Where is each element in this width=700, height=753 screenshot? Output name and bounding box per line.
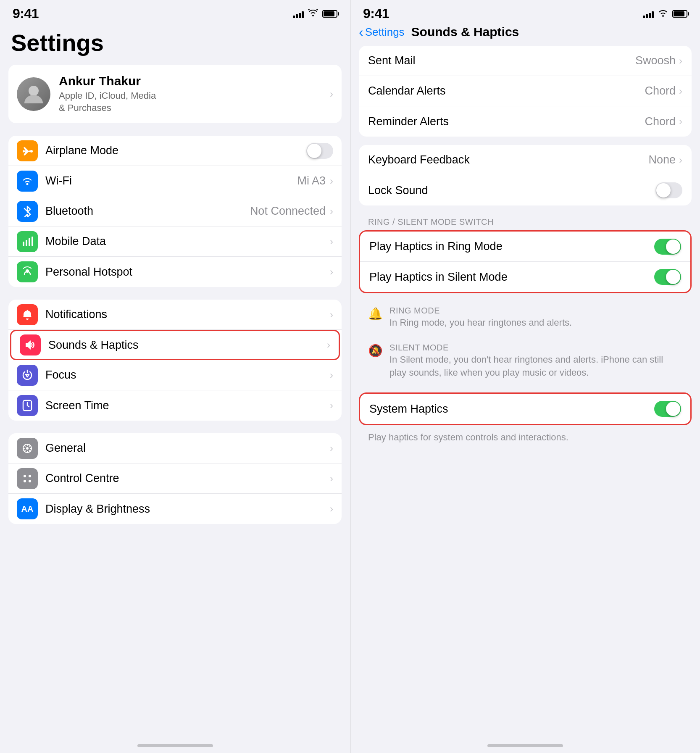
sent-mail-label: Sent Mail: [368, 54, 635, 67]
personal-hotspot-item[interactable]: Personal Hotspot ›: [8, 257, 342, 287]
lock-sound-item[interactable]: Lock Sound: [359, 175, 692, 205]
battery-icon: [322, 10, 337, 18]
right-home-indicator: [350, 738, 700, 753]
focus-label: Focus: [45, 369, 330, 382]
system-haptics-item[interactable]: System Haptics: [360, 394, 690, 424]
system-haptics-label: System Haptics: [369, 403, 654, 416]
focus-item[interactable]: Focus ›: [8, 360, 342, 390]
bluetooth-item[interactable]: Bluetooth Not Connected ›: [8, 196, 342, 226]
reminder-alerts-label: Reminder Alerts: [368, 115, 645, 128]
sent-mail-chevron-icon: ›: [679, 55, 682, 67]
mobile-data-item[interactable]: Mobile Data ›: [8, 226, 342, 257]
reminder-alerts-chevron-icon: ›: [679, 116, 682, 127]
nav-back-button[interactable]: ‹ Settings: [359, 25, 405, 39]
left-panel: 9:41 Settings: [0, 0, 350, 753]
right-panel: 9:41 ‹ Settings: [350, 0, 700, 753]
general-item[interactable]: General ›: [8, 433, 342, 463]
display-brightness-chevron-icon: ›: [330, 503, 333, 515]
right-wifi-icon: [658, 9, 668, 18]
haptics-ring-item[interactable]: Play Haptics in Ring Mode: [360, 232, 690, 262]
reminder-alerts-item[interactable]: Reminder Alerts Chord ›: [359, 106, 692, 137]
connectivity-group: Airplane Mode Wi-Fi Mi A3 ›: [8, 136, 342, 287]
bluetooth-icon: [17, 201, 38, 222]
sent-mail-item[interactable]: Sent Mail Swoosh ›: [359, 46, 692, 76]
system-haptics-toggle[interactable]: [654, 401, 681, 417]
haptics-silent-item[interactable]: Play Haptics in Silent Mode: [360, 262, 690, 292]
calendar-alerts-item[interactable]: Calendar Alerts Chord ›: [359, 76, 692, 106]
screen-time-item[interactable]: Screen Time ›: [8, 390, 342, 421]
airplane-mode-label: Airplane Mode: [45, 144, 306, 157]
left-status-time: 9:41: [13, 6, 39, 21]
lock-sound-label: Lock Sound: [368, 184, 655, 197]
wifi-value: Mi A3: [297, 174, 326, 187]
sent-mail-value: Swoosh: [635, 54, 676, 67]
keyboard-feedback-label: Keyboard Feedback: [368, 153, 648, 166]
profile-chevron-icon: ›: [330, 88, 333, 100]
silent-mode-desc: In Silent mode, you don't hear ringtones…: [389, 353, 682, 379]
screen-time-chevron-icon: ›: [330, 400, 333, 411]
left-home-indicator: [0, 738, 350, 753]
control-centre-label: Control Centre: [45, 472, 330, 485]
profile-subtitle: Apple ID, iCloud, Media& Purchases: [59, 90, 321, 114]
mobile-data-label: Mobile Data: [45, 235, 330, 248]
airplane-mode-toggle[interactable]: [306, 143, 333, 159]
personal-hotspot-label: Personal Hotspot: [45, 266, 330, 279]
right-battery-icon: [672, 10, 687, 18]
sounds-haptics-item[interactable]: Sounds & Haptics ›: [10, 330, 340, 360]
sounds-haptics-icon: [20, 334, 41, 355]
notifications-label: Notifications: [45, 308, 330, 321]
bluetooth-label: Bluetooth: [45, 205, 250, 218]
focus-chevron-icon: ›: [330, 369, 333, 381]
haptics-ring-label: Play Haptics in Ring Mode: [369, 240, 654, 253]
notifications-group: Notifications › Sounds & Haptics ›: [8, 300, 342, 421]
calendar-alerts-label: Calendar Alerts: [368, 84, 645, 97]
wifi-settings-icon: [17, 171, 38, 192]
haptics-group: Play Haptics in Ring Mode Play Haptics i…: [360, 232, 690, 292]
system-haptics-desc: Play haptics for system controls and int…: [359, 429, 692, 451]
notifications-item[interactable]: Notifications ›: [8, 300, 342, 330]
control-centre-icon: [17, 468, 38, 489]
haptics-ring-toggle[interactable]: [654, 239, 681, 255]
display-brightness-item[interactable]: AA Display & Brightness ›: [8, 494, 342, 524]
haptics-silent-label: Play Haptics in Silent Mode: [369, 271, 654, 284]
svg-point-10: [26, 447, 29, 450]
silent-mode-title: SILENT MODE: [389, 343, 682, 353]
bluetooth-chevron-icon: ›: [330, 205, 333, 217]
calendar-alerts-value: Chord: [645, 84, 676, 97]
right-status-icons: [643, 9, 687, 18]
svg-rect-2: [23, 242, 24, 246]
keyboard-lock-group: Keyboard Feedback None › Lock Sound: [359, 145, 692, 205]
keyboard-feedback-value: None: [648, 153, 676, 166]
right-signal-icon: [643, 10, 654, 18]
wifi-item[interactable]: Wi-Fi Mi A3 ›: [8, 166, 342, 196]
right-status-time: 9:41: [363, 6, 389, 21]
sounds-group: Sent Mail Swoosh › Calendar Alerts Chord…: [359, 46, 692, 137]
svg-point-1: [26, 183, 29, 185]
general-chevron-icon: ›: [330, 442, 333, 454]
ring-silent-section-label: RING / SILENT MODE SWITCH: [359, 214, 692, 230]
haptics-silent-toggle[interactable]: [654, 269, 681, 285]
profile-card[interactable]: Ankur Thakur Apple ID, iCloud, Media& Pu…: [8, 65, 342, 123]
silent-mode-text: SILENT MODE In Silent mode, you don't he…: [389, 343, 682, 379]
ring-mode-title: RING MODE: [389, 306, 572, 316]
svg-point-0: [29, 86, 39, 96]
svg-point-12: [29, 475, 31, 477]
notifications-chevron-icon: ›: [330, 309, 333, 321]
control-centre-item[interactable]: Control Centre ›: [8, 463, 342, 494]
focus-icon: [17, 365, 38, 386]
airplane-mode-icon: [17, 140, 38, 161]
screen-time-icon: [17, 395, 38, 416]
lock-sound-toggle[interactable]: [655, 182, 682, 198]
right-status-bar: 9:41: [350, 0, 700, 25]
mobile-data-icon: [17, 231, 38, 252]
svg-point-11: [24, 475, 26, 477]
profile-info: Ankur Thakur Apple ID, iCloud, Media& Pu…: [59, 74, 321, 114]
avatar: [17, 77, 50, 111]
wifi-icon: [308, 9, 318, 18]
keyboard-feedback-chevron-icon: ›: [679, 154, 682, 166]
keyboard-feedback-item[interactable]: Keyboard Feedback None ›: [359, 145, 692, 175]
display-brightness-label: Display & Brightness: [45, 503, 330, 516]
svg-rect-4: [29, 238, 30, 246]
general-label: General: [45, 442, 330, 455]
airplane-mode-item[interactable]: Airplane Mode: [8, 136, 342, 166]
